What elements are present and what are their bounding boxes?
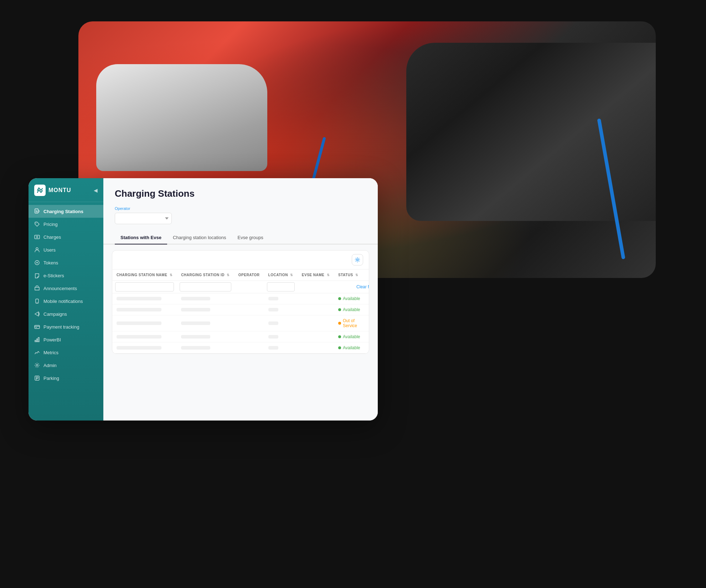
- cell-evse-2: [298, 304, 334, 315]
- sidebar-item-users[interactable]: Users: [29, 243, 103, 256]
- operator-filter-label: Operator: [115, 206, 366, 211]
- cell-id-2: [177, 304, 234, 315]
- table-row: Available: [112, 293, 369, 304]
- tab-locations[interactable]: Charging station locations: [167, 231, 232, 244]
- sidebar-label-payment-tracking: Payment tracking: [43, 324, 79, 330]
- sidebar-navigation: Charging Stations Pricing Charges: [29, 202, 103, 421]
- app-panel: MONTU ◀ Charging Stations Pricin: [29, 178, 378, 421]
- logo-area: MONTU: [34, 185, 71, 196]
- cell-operator-1: [234, 293, 264, 304]
- clear-filters-link[interactable]: Clear filters: [337, 284, 369, 289]
- parking-icon: [34, 375, 40, 381]
- table-row: Available: [112, 342, 369, 354]
- cell-location-4: [264, 331, 298, 342]
- sidebar-item-e-stickers[interactable]: e-Stickers: [29, 269, 103, 282]
- logo-icon: [34, 185, 46, 196]
- svg-point-13: [357, 259, 359, 261]
- sidebar-item-mobile-notifications[interactable]: Mobile notifications: [29, 295, 103, 308]
- table-row: Available: [112, 304, 369, 315]
- car-right-decoration: [406, 43, 656, 221]
- admin-icon: [34, 362, 40, 368]
- cell-operator-5: [234, 342, 264, 354]
- status-text-5: Available: [343, 345, 360, 350]
- svg-rect-7: [35, 325, 40, 329]
- sidebar-item-parking[interactable]: Parking: [29, 372, 103, 385]
- tab-evse-groups[interactable]: Evse groups: [232, 231, 269, 244]
- filter-input-location[interactable]: [267, 282, 295, 292]
- cell-evse-1: [298, 293, 334, 304]
- cell-name-3: [112, 315, 177, 331]
- svg-rect-10: [38, 337, 39, 342]
- cell-operator-4: [234, 331, 264, 342]
- table-row: Out of Service: [112, 315, 369, 331]
- sidebar-label-users: Users: [43, 247, 56, 253]
- status-badge-4: Available: [338, 334, 360, 339]
- page-header: Charging Stations Operator: [103, 178, 378, 231]
- cell-id-4: [177, 331, 234, 342]
- cell-evse-4: [298, 331, 334, 342]
- sidebar-item-campaigns[interactable]: Campaigns: [29, 308, 103, 320]
- cell-more-2: [365, 304, 369, 315]
- table-header-row: CHARGING STATION NAME ⇅ CHARGING STATION…: [112, 269, 369, 281]
- tokens-icon: [34, 260, 40, 265]
- status-dot-1: [338, 297, 341, 300]
- svg-rect-12: [35, 376, 39, 380]
- sort-location-icon[interactable]: ⇅: [290, 273, 293, 277]
- cell-status-3: Out of Service: [334, 315, 364, 331]
- status-badge-1: Available: [338, 296, 360, 301]
- sidebar-collapse-button[interactable]: ◀: [94, 187, 98, 193]
- svg-point-3: [36, 248, 38, 250]
- logo-text: MONTU: [48, 187, 71, 194]
- col-header-location: LOCATION ⇅: [264, 269, 298, 281]
- cell-location-2: [264, 304, 298, 315]
- filter-input-id[interactable]: [180, 282, 231, 292]
- sidebar-item-pricing[interactable]: Pricing: [29, 218, 103, 231]
- cell-more-4: [365, 331, 369, 342]
- sidebar-item-metrics[interactable]: Metrics: [29, 346, 103, 359]
- sidebar-item-tokens[interactable]: Tokens: [29, 256, 103, 269]
- cell-location-3: [264, 315, 298, 331]
- cell-operator-2: [234, 304, 264, 315]
- sidebar-item-payment-tracking[interactable]: Payment tracking: [29, 320, 103, 333]
- cell-location-5: [264, 342, 298, 354]
- sidebar-label-charges: Charges: [43, 234, 61, 240]
- cell-more-5: [365, 342, 369, 354]
- table-wrapper: CHARGING STATION NAME ⇅ CHARGING STATION…: [112, 250, 369, 354]
- cell-status-2: Available: [334, 304, 364, 315]
- filter-input-name[interactable]: [115, 282, 174, 292]
- status-dot-5: [338, 346, 341, 349]
- sort-status-icon[interactable]: ⇅: [355, 273, 359, 277]
- sort-evse-icon[interactable]: ⇅: [327, 273, 330, 277]
- more-options-icon[interactable]: ⋮: [369, 273, 369, 277]
- svg-point-6: [37, 302, 37, 303]
- status-badge-3: Out of Service: [338, 318, 360, 328]
- cell-more-1: [365, 293, 369, 304]
- tab-stations-evse[interactable]: Stations with Evse: [115, 231, 167, 244]
- page-title: Charging Stations: [115, 188, 366, 199]
- sidebar-item-admin[interactable]: Admin: [29, 359, 103, 372]
- cell-name-1: [112, 293, 177, 304]
- cell-more-3: [365, 315, 369, 331]
- sidebar-label-charging-stations: Charging Stations: [43, 209, 83, 214]
- sort-name-icon[interactable]: ⇅: [170, 273, 173, 277]
- sidebar-item-powerbi[interactable]: PowerBI: [29, 333, 103, 346]
- sidebar-item-announcements[interactable]: Announcements: [29, 282, 103, 295]
- cell-name-4: [112, 331, 177, 342]
- svg-rect-8: [35, 340, 36, 342]
- announcements-icon: [34, 285, 40, 291]
- main-content: Charging Stations Operator Stations with…: [103, 178, 378, 421]
- sort-id-icon[interactable]: ⇅: [227, 273, 230, 277]
- table-filter-row: Clear filters: [112, 281, 369, 293]
- sidebar-item-charging-stations[interactable]: Charging Stations: [29, 205, 103, 218]
- status-text-1: Available: [343, 296, 360, 301]
- sidebar-label-parking: Parking: [43, 376, 59, 381]
- operator-filter-select[interactable]: [115, 213, 172, 224]
- table-toolbar: [112, 251, 369, 269]
- cell-id-1: [177, 293, 234, 304]
- sidebar-item-charges[interactable]: Charges: [29, 231, 103, 243]
- cell-name-2: [112, 304, 177, 315]
- sidebar-header: MONTU ◀: [29, 178, 103, 202]
- column-settings-button[interactable]: [352, 254, 363, 265]
- sidebar-label-mobile-notifications: Mobile notifications: [43, 299, 83, 304]
- charges-icon: [34, 234, 40, 240]
